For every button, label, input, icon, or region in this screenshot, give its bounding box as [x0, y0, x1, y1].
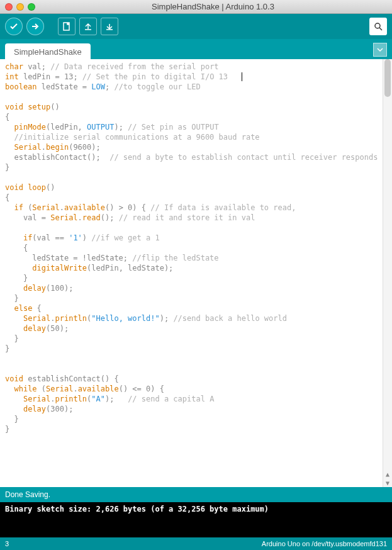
title-bar: SimpleHandShake | Arduino 1.0.3	[0, 0, 392, 14]
console-text: Binary sketch size: 2,626 bytes (of a 32…	[5, 505, 269, 514]
scroll-up-arrow[interactable]: ▲	[383, 469, 392, 478]
upload-button[interactable]	[26, 18, 44, 35]
zoom-window-button[interactable]	[28, 3, 35, 11]
open-sketch-button[interactable]	[79, 18, 97, 35]
sketch-tab[interactable]: SimpleHandShake	[5, 43, 91, 59]
window-title: SimpleHandShake | Arduino 1.0.3	[39, 2, 387, 11]
save-sketch-button[interactable]	[101, 18, 118, 35]
serial-monitor-button[interactable]	[369, 18, 387, 35]
console-output: Binary sketch size: 2,626 bytes (of a 32…	[0, 502, 392, 537]
line-number: 3	[5, 540, 9, 547]
tab-bar: SimpleHandShake	[0, 39, 392, 59]
tab-dropdown-button[interactable]	[373, 43, 387, 57]
svg-point-1	[375, 23, 380, 28]
status-text: Done Saving.	[5, 490, 50, 499]
footer-bar: 3 Arduino Uno on /dev/tty.usbmodemfd131	[0, 537, 392, 550]
scroll-down-arrow[interactable]: ▼	[383, 478, 392, 487]
editor-area: char val; // Data received from the seri…	[0, 59, 392, 487]
verify-button[interactable]	[5, 18, 23, 35]
editor-scrollbar[interactable]: ▲ ▼	[383, 59, 392, 487]
toolbar	[0, 14, 392, 39]
board-port-label: Arduino Uno on /dev/tty.usbmodemfd131	[262, 540, 387, 547]
close-window-button[interactable]	[5, 3, 13, 11]
minimize-window-button[interactable]	[16, 3, 24, 11]
status-bar: Done Saving.	[0, 487, 392, 502]
scrollbar-thumb[interactable]	[384, 59, 391, 97]
code-editor[interactable]: char val; // Data received from the seri…	[0, 59, 383, 487]
new-sketch-button[interactable]	[58, 18, 76, 35]
